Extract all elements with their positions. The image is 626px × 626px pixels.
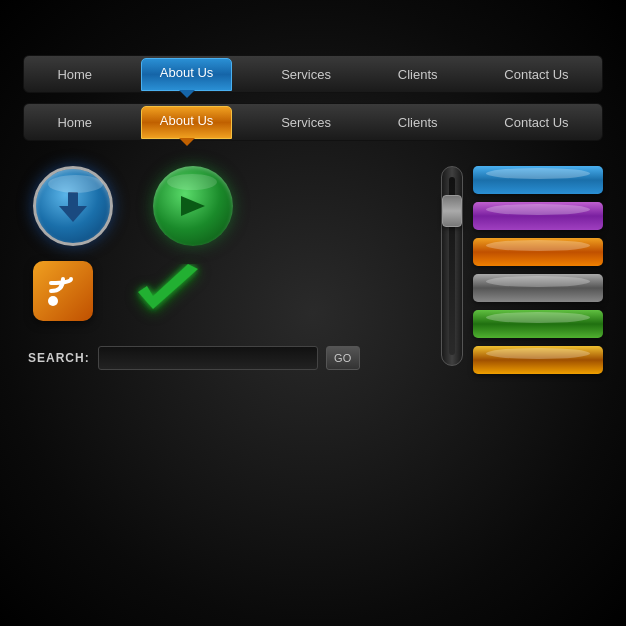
rss-symbol — [45, 273, 81, 309]
nav-contact-1[interactable]: Contact Us — [486, 61, 586, 88]
search-area: SEARCH: GO — [23, 346, 421, 370]
go-button[interactable]: GO — [326, 346, 360, 370]
icon-row-2 — [23, 261, 421, 321]
slider-thumb[interactable] — [442, 195, 462, 227]
download-button[interactable] — [33, 166, 113, 246]
color-button-blue[interactable] — [473, 166, 603, 194]
checkmark-icon — [133, 264, 203, 319]
svg-marker-2 — [181, 196, 205, 216]
nav-bar-2: Home About Us Services Clients Contact U… — [23, 103, 603, 141]
nav-home-1[interactable]: Home — [39, 61, 110, 88]
icons-area: SEARCH: GO — [23, 166, 421, 374]
nav-contact-2[interactable]: Contact Us — [486, 109, 586, 136]
nav-clients-2[interactable]: Clients — [380, 109, 456, 136]
content-area: SEARCH: GO — [23, 166, 603, 374]
nav-clients-1[interactable]: Clients — [380, 61, 456, 88]
check-svg — [133, 264, 203, 319]
nav-services-2[interactable]: Services — [263, 109, 349, 136]
color-button-gold[interactable] — [473, 346, 603, 374]
nav-about-2[interactable]: About Us — [141, 106, 232, 139]
svg-point-3 — [48, 296, 58, 306]
icon-row-1 — [23, 166, 421, 246]
right-panel — [441, 166, 603, 374]
download-icon — [55, 188, 91, 224]
vertical-slider[interactable] — [441, 166, 463, 366]
nav-home-2[interactable]: Home — [39, 109, 110, 136]
nav-services-1[interactable]: Services — [263, 61, 349, 88]
color-button-orange[interactable] — [473, 238, 603, 266]
svg-marker-1 — [59, 206, 87, 222]
slider-track — [449, 177, 455, 355]
nav-about-1[interactable]: About Us — [141, 58, 232, 91]
nav-bar-1: Home About Us Services Clients Contact U… — [23, 55, 603, 93]
svg-rect-0 — [68, 192, 78, 208]
svg-marker-4 — [138, 264, 198, 309]
color-button-green[interactable] — [473, 310, 603, 338]
next-button[interactable] — [153, 166, 233, 246]
color-buttons-panel — [473, 166, 603, 374]
color-button-silver[interactable] — [473, 274, 603, 302]
search-input[interactable] — [98, 346, 318, 370]
search-label: SEARCH: — [28, 351, 90, 365]
rss-button[interactable] — [33, 261, 93, 321]
color-button-purple[interactable] — [473, 202, 603, 230]
arrow-right-icon — [175, 188, 211, 224]
